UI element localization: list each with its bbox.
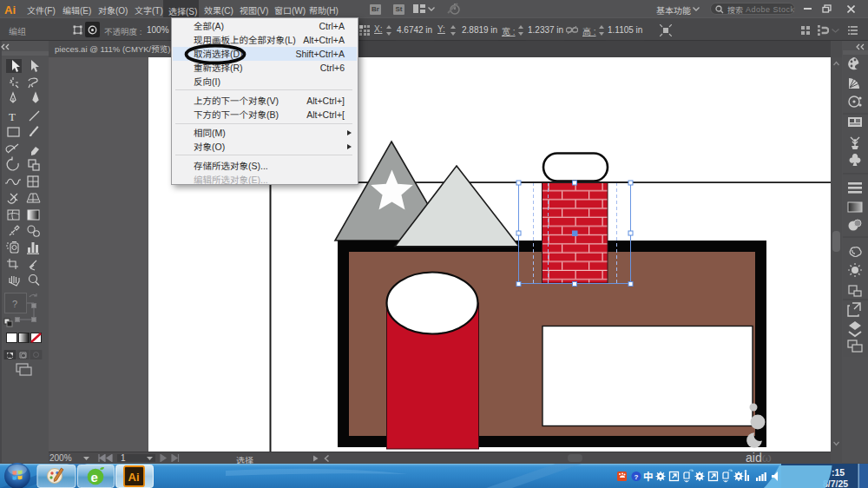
svg-text:?: ? bbox=[12, 299, 17, 309]
svg-text:Ai: Ai bbox=[128, 471, 140, 484]
svg-text:T: T bbox=[9, 110, 16, 123]
svg-text:?: ? bbox=[635, 473, 639, 481]
svg-text:中: 中 bbox=[643, 472, 654, 482]
svg-text::15: :15 bbox=[832, 467, 845, 478]
svg-text:e: e bbox=[91, 470, 98, 485]
